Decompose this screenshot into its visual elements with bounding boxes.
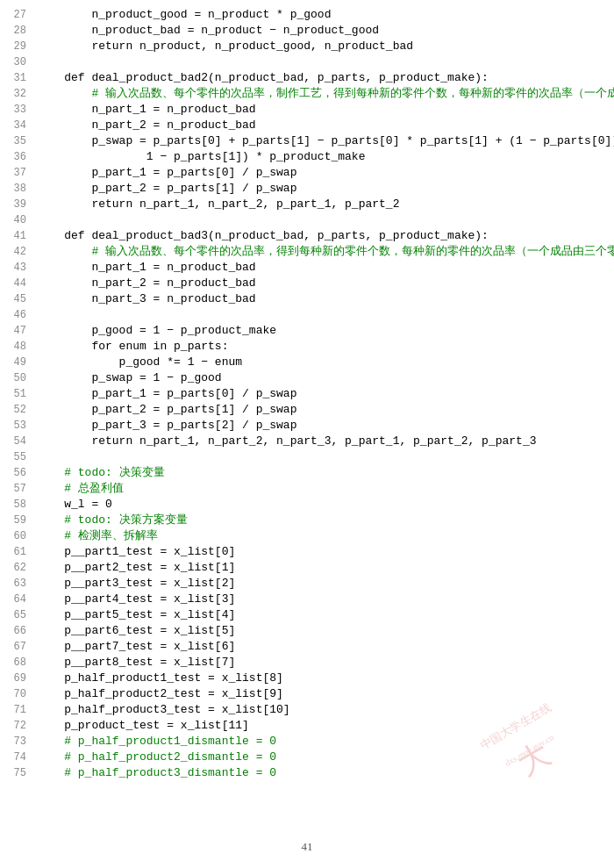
line-number: 63	[0, 576, 33, 592]
line-number: 30	[0, 54, 33, 70]
line-number: 59	[0, 513, 33, 528]
line-content: p_good = 1 − p_product_make	[33, 323, 614, 339]
line-number: 73	[0, 734, 33, 750]
line-content: 1 − p_parts[1]) * p_product_make	[33, 149, 614, 165]
line-content: p__part2_test = x_list[1]	[33, 560, 614, 576]
line-content: n_product_good = n_product * p_good	[33, 7, 614, 23]
line-number: 29	[0, 39, 33, 54]
code-line: 40	[0, 212, 614, 228]
line-number: 40	[0, 212, 33, 228]
line-number: 53	[0, 418, 33, 434]
code-line: 67 p__part7_test = x_list[6]	[0, 639, 614, 655]
code-line: 45 n_part_3 = n_product_bad	[0, 291, 614, 307]
line-content: p__part1_test = x_list[0]	[33, 544, 614, 560]
code-block: 27 n_product_good = n_product * p_good28…	[0, 0, 614, 816]
code-line: 75 # p_half_product3_dismantle = 0	[0, 765, 614, 781]
line-number: 48	[0, 339, 33, 355]
line-number: 33	[0, 102, 33, 118]
line-content: # todo: 决策变量	[33, 465, 614, 481]
line-content: p__part4_test = x_list[3]	[33, 592, 614, 607]
code-line: 66 p__part6_test = x_list[5]	[0, 623, 614, 639]
line-content: n_part_1 = n_product_bad	[33, 260, 614, 276]
code-line: 46	[0, 307, 614, 323]
page-number: 41	[0, 835, 614, 859]
line-number: 66	[0, 623, 33, 639]
code-line: 48 for enum in p_parts:	[0, 339, 614, 355]
line-content: p_good *= 1 − enum	[33, 355, 614, 370]
line-content: p_part_1 = p_parts[0] / p_swap	[33, 165, 614, 181]
code-line: 38 p_part_2 = p_parts[1] / p_swap	[0, 181, 614, 197]
line-content: # todo: 决策方案变量	[33, 513, 614, 528]
line-number: 56	[0, 465, 33, 481]
code-line: 32 # 输入次品数、每个零件的次品率，制作工艺，得到每种新的零件个数，每种新的…	[0, 86, 614, 102]
line-content: p__part7_test = x_list[6]	[33, 639, 614, 655]
line-number: 72	[0, 718, 33, 734]
code-line: 37 p_part_1 = p_parts[0] / p_swap	[0, 165, 614, 181]
line-content: p_part_3 = p_parts[2] / p_swap	[33, 418, 614, 434]
line-number: 74	[0, 750, 33, 765]
line-number: 37	[0, 165, 33, 181]
code-line: 42 # 输入次品数、每个零件的次品率，得到每种新的零件个数，每种新的零件的次品…	[0, 244, 614, 260]
line-content: return n_product, n_product_good, n_prod…	[33, 39, 614, 54]
line-number: 49	[0, 355, 33, 370]
code-line: 71 p_half_product3_test = x_list[10]	[0, 702, 614, 718]
line-number: 65	[0, 607, 33, 623]
code-line: 41 def deal_product_bad3(n_product_bad, …	[0, 228, 614, 244]
line-number: 57	[0, 481, 33, 497]
line-content: # 检测率、拆解率	[33, 528, 614, 544]
code-line: 36 1 − p_parts[1]) * p_product_make	[0, 149, 614, 165]
code-line: 47 p_good = 1 − p_product_make	[0, 323, 614, 339]
line-content: # 输入次品数、每个零件的次品率，得到每种新的零件个数，每种新的零件的次品率（一…	[33, 244, 614, 260]
line-number: 35	[0, 133, 33, 149]
line-number: 61	[0, 544, 33, 560]
code-line: 34 n_part_2 = n_product_bad	[0, 118, 614, 133]
line-number: 54	[0, 434, 33, 449]
code-line: 72 p_product_test = x_list[11]	[0, 718, 614, 734]
line-content: p_part_2 = p_parts[1] / p_swap	[33, 181, 614, 197]
line-number: 55	[0, 449, 33, 465]
line-number: 34	[0, 118, 33, 133]
code-line: 44 n_part_2 = n_product_bad	[0, 276, 614, 291]
code-line: 53 p_part_3 = p_parts[2] / p_swap	[0, 418, 614, 434]
line-number: 36	[0, 149, 33, 165]
line-content	[33, 307, 614, 323]
line-content: # p_half_product3_dismantle = 0	[33, 765, 614, 781]
line-number: 31	[0, 70, 33, 86]
code-line: 69 p_half_product1_test = x_list[8]	[0, 671, 614, 686]
line-content: p__part8_test = x_list[7]	[33, 655, 614, 671]
code-line: 64 p__part4_test = x_list[3]	[0, 592, 614, 607]
line-number: 68	[0, 655, 33, 671]
line-number: 46	[0, 307, 33, 323]
line-content: # 输入次品数、每个零件的次品率，制作工艺，得到每种新的零件个数，每种新的零件的…	[33, 86, 614, 102]
line-content: # 总盈利值	[33, 481, 614, 497]
line-number: 62	[0, 560, 33, 576]
code-line: 30	[0, 54, 614, 70]
line-content: p_swap = 1 − p_good	[33, 370, 614, 386]
line-number: 69	[0, 671, 33, 686]
line-content: return n_part_1, n_part_2, n_part_3, p_p…	[33, 434, 614, 449]
code-line: 35 p_swap = p_parts[0] + p_parts[1] − p_…	[0, 133, 614, 149]
line-content: return n_part_1, n_part_2, p_part_1, p_p…	[33, 197, 614, 212]
line-content: # p_half_product1_dismantle = 0	[33, 734, 614, 750]
line-number: 32	[0, 86, 33, 102]
line-number: 28	[0, 23, 33, 39]
line-content: def deal_product_bad3(n_product_bad, p_p…	[33, 228, 614, 244]
line-content: p_product_test = x_list[11]	[33, 718, 614, 734]
code-line: 28 n_product_bad = n_product − n_product…	[0, 23, 614, 39]
code-line: 59 # todo: 决策方案变量	[0, 513, 614, 528]
code-line: 29 return n_product, n_product_good, n_p…	[0, 39, 614, 54]
line-number: 51	[0, 386, 33, 402]
line-content: p__part3_test = x_list[2]	[33, 576, 614, 592]
line-content: p_part_1 = p_parts[0] / p_swap	[33, 386, 614, 402]
line-content: w_l = 0	[33, 497, 614, 513]
line-content: p__part6_test = x_list[5]	[33, 623, 614, 639]
code-line: 33 n_part_1 = n_product_bad	[0, 102, 614, 118]
line-content: for enum in p_parts:	[33, 339, 614, 355]
code-line: 61 p__part1_test = x_list[0]	[0, 544, 614, 560]
line-content: n_part_3 = n_product_bad	[33, 291, 614, 307]
line-content: n_part_1 = n_product_bad	[33, 102, 614, 118]
line-number: 58	[0, 497, 33, 513]
line-number: 64	[0, 592, 33, 607]
line-number: 47	[0, 323, 33, 339]
code-line: 43 n_part_1 = n_product_bad	[0, 260, 614, 276]
